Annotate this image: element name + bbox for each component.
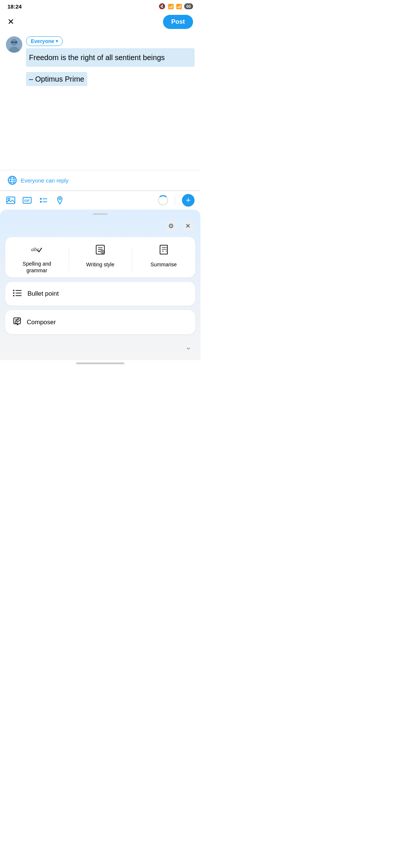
audience-label: Everyone xyxy=(31,38,54,44)
svg-point-33 xyxy=(166,247,166,248)
top-nav: ✕ Post xyxy=(0,11,200,33)
status-icons-group: 🔇 📶 📶 60 xyxy=(159,3,193,10)
svg-point-15 xyxy=(40,198,42,200)
home-indicator xyxy=(76,362,124,364)
bottom-sheet: ⚙ ✕ abc Spelling and grammar xyxy=(0,210,200,360)
writing-style-label: Writing style xyxy=(86,261,114,268)
sheet-handle xyxy=(93,213,108,215)
svg-point-19 xyxy=(59,198,61,200)
svg-point-38 xyxy=(13,292,14,294)
composer-label: Composer xyxy=(27,319,56,326)
compose-right: Everyone ▾ Freedom is the right of all s… xyxy=(26,36,195,170)
summarise-icon xyxy=(159,244,169,257)
close-button[interactable]: ✕ xyxy=(7,17,14,27)
compose-spacer xyxy=(26,88,195,170)
avatar xyxy=(6,36,22,53)
toolbar-divider xyxy=(175,195,175,205)
svg-point-40 xyxy=(13,295,14,296)
ai-options-card: abc Spelling and grammar Writing sty xyxy=(5,237,195,277)
toolbar: GIF + xyxy=(0,191,200,210)
bottom-chevron-area: ⌄ xyxy=(0,339,200,353)
post-text-attribution-block: – Optimus Prime xyxy=(26,72,195,86)
svg-rect-11 xyxy=(7,197,15,204)
post-button[interactable]: Post xyxy=(163,15,193,29)
reply-section[interactable]: Everyone can reply xyxy=(0,170,200,190)
bullet-label: Bullet point xyxy=(27,290,59,297)
avatar-image xyxy=(6,36,22,53)
settings-button[interactable]: ⚙ xyxy=(164,219,177,233)
svg-point-35 xyxy=(166,251,166,251)
svg-point-12 xyxy=(8,198,10,200)
composer-icon xyxy=(13,317,22,328)
status-time: 18:24 xyxy=(7,3,22,10)
bullet-point-button[interactable]: Bullet point xyxy=(5,282,195,306)
image-button[interactable] xyxy=(6,195,16,205)
sheet-close-button[interactable]: ✕ xyxy=(181,219,195,233)
close-icon: ✕ xyxy=(185,222,190,230)
svg-point-17 xyxy=(40,201,42,203)
reply-label: Everyone can reply xyxy=(21,177,68,184)
svg-rect-4 xyxy=(14,42,17,43)
char-count-indicator xyxy=(158,195,168,206)
globe-icon xyxy=(7,175,17,185)
spelling-icon: abc xyxy=(31,244,42,257)
svg-rect-3 xyxy=(11,42,14,43)
location-button[interactable] xyxy=(55,195,65,205)
gear-icon: ⚙ xyxy=(168,222,174,230)
spelling-label: Spelling and grammar xyxy=(23,260,51,274)
plus-icon: + xyxy=(186,195,191,205)
sheet-top-actions: ⚙ ✕ xyxy=(0,219,200,237)
gif-button[interactable]: GIF xyxy=(22,195,32,205)
svg-point-36 xyxy=(13,290,14,291)
summarise-button[interactable]: Summarise xyxy=(132,244,195,274)
post-text-line2: – Optimus Prime xyxy=(26,72,87,86)
post-text-line1: Freedom is the right of all sentient bei… xyxy=(29,53,165,62)
svg-text:GIF: GIF xyxy=(24,199,30,203)
list-button[interactable] xyxy=(39,195,48,205)
svg-point-34 xyxy=(166,249,166,250)
signal-icon: 📶 xyxy=(176,4,182,9)
spelling-grammar-button[interactable]: abc Spelling and grammar xyxy=(5,244,69,274)
chevron-down-icon[interactable]: ⌄ xyxy=(185,342,192,351)
add-thread-button[interactable]: + xyxy=(182,194,195,207)
compose-area: Everyone ▾ Freedom is the right of all s… xyxy=(0,33,200,170)
composer-button[interactable]: Composer xyxy=(5,310,195,334)
writing-style-icon xyxy=(95,244,105,257)
chevron-down-icon: ▾ xyxy=(56,39,58,44)
bullet-point-icon xyxy=(13,289,22,299)
status-bar: 18:24 🔇 📶 📶 60 xyxy=(0,0,200,11)
battery-badge: 60 xyxy=(184,3,193,9)
mute-icon: 🔇 xyxy=(159,3,166,10)
summarise-label: Summarise xyxy=(150,261,177,268)
audience-button[interactable]: Everyone ▾ xyxy=(26,36,63,46)
wifi-icon: 📶 xyxy=(168,4,174,9)
writing-style-button[interactable]: Writing style xyxy=(69,244,132,274)
post-text-block[interactable]: Freedom is the right of all sentient bei… xyxy=(26,48,195,67)
